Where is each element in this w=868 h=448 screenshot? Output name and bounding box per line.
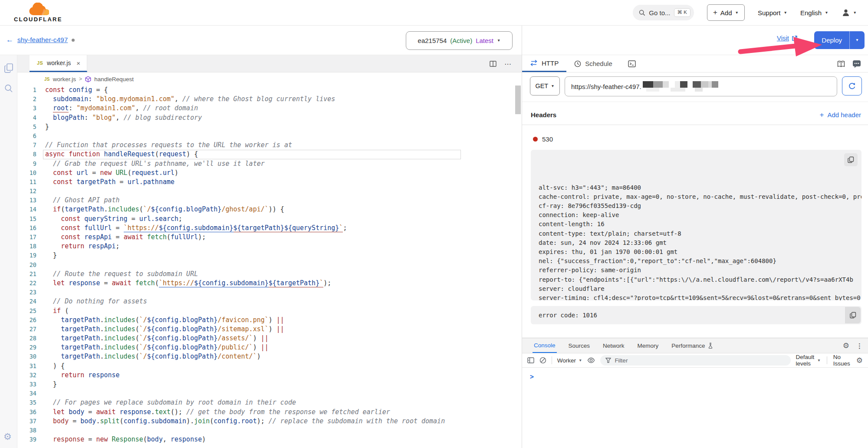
tab-sources[interactable]: Sources xyxy=(567,338,592,353)
console-output[interactable]: > xyxy=(522,368,868,381)
code-line[interactable]: 26 targetPath.includes(`/${config.blogPa… xyxy=(17,316,522,325)
chevron-down-icon: ▼ xyxy=(825,11,828,15)
language-menu[interactable]: English ▼ xyxy=(800,9,829,16)
issues-counter[interactable]: No Issues xyxy=(833,354,850,367)
code-line[interactable]: 9 // Grab the request URL's pathname, we… xyxy=(17,159,522,168)
breadcrumb[interactable]: JS worker.js > handleRequest xyxy=(17,72,522,86)
copy-icon[interactable] xyxy=(844,153,858,166)
code-line[interactable]: 14 if(targetPath.includes(`/${config.blo… xyxy=(17,205,522,214)
code-line[interactable]: 1const config = { xyxy=(17,86,522,95)
clear-console-icon[interactable] xyxy=(539,357,546,364)
code-line[interactable]: 11 const targetPath = url.pathname xyxy=(17,178,522,187)
code-line[interactable]: 36 let body = await response.text(); // … xyxy=(17,408,522,417)
line-number: 16 xyxy=(17,224,43,233)
tab-memory[interactable]: Memory xyxy=(636,338,660,353)
filter-funnel-icon xyxy=(605,358,611,363)
tab-worker-js[interactable]: JS worker.js × xyxy=(30,55,87,72)
more-actions-icon[interactable]: ⋯ xyxy=(504,60,512,68)
code-line[interactable]: 39 response = new Response(body, respons… xyxy=(17,435,522,444)
deploy-options-button[interactable]: ▼ xyxy=(850,31,865,49)
devtools-settings-gear-icon[interactable]: ⚙ xyxy=(843,342,849,349)
console-filter-input[interactable]: Filter xyxy=(600,355,790,366)
console-sidebar-icon[interactable] xyxy=(527,357,534,363)
tab-performance[interactable]: Performance xyxy=(670,338,714,353)
support-menu[interactable]: Support ▼ xyxy=(758,9,787,16)
execution-context-select[interactable]: Worker ▼ xyxy=(557,357,582,364)
code-line[interactable]: 20 xyxy=(17,260,522,270)
code-line[interactable]: 6 xyxy=(17,132,522,141)
code-line[interactable]: 38 xyxy=(17,426,522,435)
code-line[interactable]: 7// Function that processes requests to … xyxy=(17,141,522,150)
code-line[interactable]: 12 xyxy=(17,187,522,196)
copy-icon[interactable] xyxy=(845,307,861,323)
breadcrumb-symbol[interactable]: handleRequest xyxy=(94,76,134,82)
http-method-select[interactable]: GET ▼ xyxy=(530,76,560,96)
tab-terminal[interactable] xyxy=(620,55,644,72)
visit-link[interactable]: Visit xyxy=(777,34,798,42)
breadcrumb-file[interactable]: worker.js xyxy=(53,76,76,82)
code-area[interactable]: 1const config = {2 subdomain: "blog.mydo… xyxy=(17,86,522,448)
code-line[interactable]: 35 // For pages we replace subdomain by … xyxy=(17,398,522,407)
code-line[interactable]: 25 if ( xyxy=(17,306,522,316)
settings-gear-icon[interactable]: ⚙ xyxy=(3,432,12,442)
log-levels-select[interactable]: Default levels ▼ xyxy=(796,354,821,367)
console-settings-gear-icon[interactable]: ⚙ xyxy=(856,357,863,364)
status-dot xyxy=(72,39,75,42)
split-editor-icon[interactable] xyxy=(490,61,496,67)
goto-search[interactable]: Go to... ⌘ K xyxy=(633,5,694,20)
tab-schedule[interactable]: Schedule xyxy=(566,55,620,72)
feedback-chat-icon[interactable] xyxy=(852,60,861,68)
code-line[interactable]: 18 return respApi; xyxy=(17,242,522,251)
code-line[interactable]: 22 let response = await fetch(`https://$… xyxy=(17,279,522,288)
code-line[interactable]: 24 // Do nothing for assets xyxy=(17,297,522,306)
panel-divider xyxy=(522,26,522,448)
console-prompt-chevron[interactable]: > xyxy=(530,373,534,381)
code-line[interactable]: 10 const url = new URL(request.url) xyxy=(17,168,522,178)
account-menu[interactable]: ▼ xyxy=(842,8,857,17)
cloudflare-logo[interactable]: CLOUDFLARE xyxy=(14,3,62,23)
request-url-input[interactable]: https://shy-feather-c497. xyxy=(565,76,837,96)
tab-console[interactable]: Console xyxy=(533,338,557,353)
code-line[interactable]: 23 xyxy=(17,288,522,297)
request-url-value: https://shy-feather-c497. xyxy=(571,83,641,90)
code-line[interactable]: 21 // Route the request to subdomain URL xyxy=(17,270,522,279)
editor-scrollbar[interactable] xyxy=(515,86,521,114)
code-line[interactable]: 33 } xyxy=(17,380,522,389)
kebab-menu-icon[interactable]: ⋮ xyxy=(856,342,863,350)
code-line[interactable]: 29 targetPath.includes(`/${config.blogPa… xyxy=(17,343,522,352)
code-line[interactable]: 31 ) { xyxy=(17,362,522,371)
version-select[interactable]: ea215754 (Active) Latest ▼ xyxy=(406,31,513,50)
http-method-value: GET xyxy=(535,82,548,89)
code-line[interactable]: 8async function handleRequest(request) { xyxy=(17,150,522,159)
code-line[interactable]: 28 targetPath.includes(`/${config.blogPa… xyxy=(17,334,522,343)
response-header-line: date: sun, 24 nov 2024 12:33:06 gmt xyxy=(539,238,854,247)
code-line[interactable]: 5} xyxy=(17,122,522,132)
code-line[interactable]: 4 blogPath: "blog", // blog subdirectory xyxy=(17,113,522,122)
code-line[interactable]: 2 subdomain: "blog.mydomain1.com", // wh… xyxy=(17,95,522,104)
code-line[interactable]: 37 body = body.split(config.subdomain).j… xyxy=(17,417,522,426)
code-line[interactable]: 27 targetPath.includes(`/${config.blogPa… xyxy=(17,325,522,334)
code-line[interactable]: 30 targetPath.includes(`/${config.blogPa… xyxy=(17,352,522,361)
code-line[interactable]: 15 const queryString = url.search; xyxy=(17,214,522,224)
code-line[interactable]: 17 const respApi = await fetch(fullUrl); xyxy=(17,233,522,242)
worker-name-link[interactable]: shy-feather-c497 xyxy=(17,36,68,44)
deploy-button[interactable]: Deploy xyxy=(814,31,850,49)
docs-book-icon[interactable] xyxy=(837,60,845,68)
search-icon[interactable] xyxy=(4,84,13,93)
code-line[interactable]: 32 return response xyxy=(17,371,522,380)
back-to-worker-link[interactable]: ← shy-feather-c497 xyxy=(6,36,75,44)
deploy-split-button[interactable]: Deploy ▼ xyxy=(814,31,865,49)
send-request-button[interactable] xyxy=(842,76,862,96)
code-line[interactable]: 34 xyxy=(17,389,522,398)
add-header-button[interactable]: + Add header xyxy=(819,111,861,119)
code-line[interactable]: 3 root: "mydomain1.com", // root domain xyxy=(17,104,522,113)
live-expression-eye-icon[interactable] xyxy=(587,357,595,363)
close-icon[interactable]: × xyxy=(76,59,80,67)
tab-network[interactable]: Network xyxy=(602,338,626,353)
add-button[interactable]: + Add ▼ xyxy=(707,4,745,21)
code-line[interactable]: 13 // Ghost API path xyxy=(17,196,522,205)
tab-http[interactable]: HTTP xyxy=(522,55,566,72)
code-line[interactable]: 16 const fullUrl = `https://${config.sub… xyxy=(17,224,522,233)
code-line[interactable]: 19 } xyxy=(17,251,522,260)
files-explorer-icon[interactable] xyxy=(4,63,14,73)
